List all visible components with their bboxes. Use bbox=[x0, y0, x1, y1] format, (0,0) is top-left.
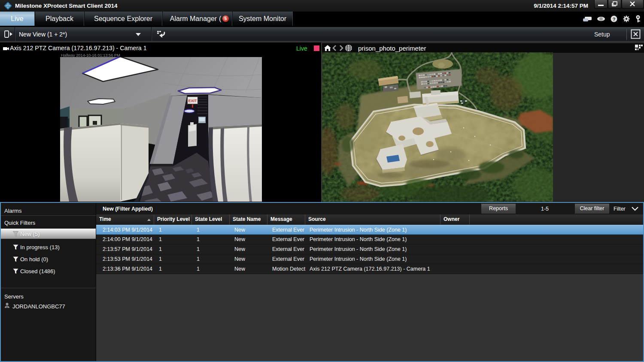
svg-text:Hallway 2014-10-16 01:13:56 PM: Hallway 2014-10-16 01:13:56 PM bbox=[61, 53, 120, 57]
svg-text:?: ? bbox=[613, 17, 616, 22]
svg-text:EXIT: EXIT bbox=[188, 99, 197, 103]
